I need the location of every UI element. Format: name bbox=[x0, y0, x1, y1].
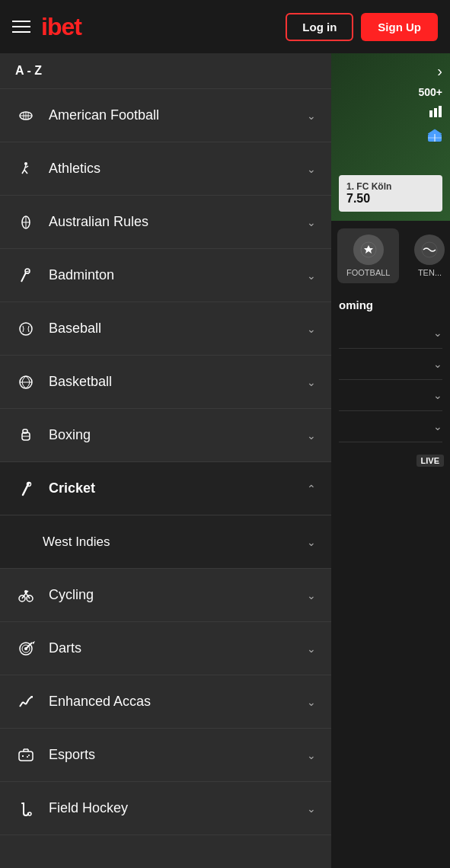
sidebar-item-badminton[interactable]: Badminton ⌄ bbox=[0, 249, 331, 302]
american-football-icon bbox=[15, 105, 37, 126]
field-hockey-chevron: ⌄ bbox=[307, 803, 316, 815]
athletics-chevron: ⌄ bbox=[307, 163, 316, 175]
field-hockey-label: Field Hockey bbox=[49, 800, 128, 816]
live-tag: LIVE bbox=[416, 455, 444, 467]
sidebar-item-esports[interactable]: Esports ⌄ bbox=[0, 729, 331, 782]
west-indies-chevron: ⌄ bbox=[307, 536, 316, 548]
svg-rect-49 bbox=[434, 108, 437, 117]
baseball-icon bbox=[15, 318, 37, 340]
team-card: 1. FC Köln 7.50 bbox=[339, 175, 442, 212]
sidebar-item-basketball[interactable]: Basketball ⌄ bbox=[0, 356, 331, 409]
enhanced-accas-label: Enhanced Accas bbox=[49, 694, 151, 710]
basketball-chevron: ⌄ bbox=[307, 376, 316, 388]
sidebar-item-cricket[interactable]: Cricket ⌃ bbox=[0, 462, 331, 515]
upcoming-label: oming bbox=[339, 298, 442, 311]
svg-rect-21 bbox=[23, 429, 27, 433]
svg-line-37 bbox=[29, 697, 32, 699]
australian-rules-icon bbox=[15, 212, 37, 233]
logo: ibet bbox=[41, 13, 81, 41]
cricket-chevron: ⌃ bbox=[307, 483, 316, 495]
svg-marker-33 bbox=[32, 641, 35, 644]
badminton-icon bbox=[15, 265, 37, 286]
sidebar-item-darts[interactable]: Darts ⌄ bbox=[0, 622, 331, 675]
upcoming-row[interactable]: ⌄ bbox=[339, 349, 442, 380]
sidebar-item-cycling[interactable]: Cycling ⌄ bbox=[0, 569, 331, 622]
esports-chevron: ⌄ bbox=[307, 749, 316, 761]
sidebar-item-field-hockey[interactable]: Field Hockey ⌄ bbox=[0, 782, 331, 835]
svg-point-42 bbox=[28, 755, 30, 756]
cycling-label: Cycling bbox=[49, 587, 94, 603]
svg-line-34 bbox=[20, 702, 23, 707]
field-hockey-icon bbox=[15, 798, 37, 819]
svg-line-6 bbox=[24, 165, 26, 170]
sidebar-item-boxing[interactable]: Boxing ⌄ bbox=[0, 409, 331, 462]
enhanced-accas-icon bbox=[15, 691, 37, 713]
american-football-chevron: ⌄ bbox=[307, 110, 316, 122]
live-badge-area: LIVE bbox=[331, 450, 450, 471]
sidebar: A - Z American Football ⌄ bbox=[0, 53, 331, 868]
sidebar-item-australian-rules[interactable]: Australian Rules ⌄ bbox=[0, 196, 331, 249]
svg-point-43 bbox=[27, 756, 28, 758]
main-container: A - Z American Football ⌄ bbox=[0, 53, 450, 868]
australian-rules-label: Australian Rules bbox=[49, 214, 148, 230]
svg-point-17 bbox=[20, 323, 32, 335]
svg-line-23 bbox=[23, 483, 29, 495]
cricket-label: Cricket bbox=[49, 480, 95, 496]
badminton-label: Badminton bbox=[49, 267, 114, 283]
sidebar-subitem-west-indies[interactable]: West Indies ⌄ bbox=[0, 515, 331, 569]
right-panel: › 500+ bbox=[331, 53, 450, 868]
hamburger-menu[interactable] bbox=[12, 21, 30, 33]
sidebar-item-athletics[interactable]: Athletics ⌄ bbox=[0, 142, 331, 196]
esports-label: Esports bbox=[49, 747, 95, 763]
basketball-icon bbox=[15, 372, 37, 393]
svg-line-36 bbox=[26, 699, 29, 704]
upcoming-row-chevron-3: ⌄ bbox=[433, 389, 442, 401]
score-card-next[interactable]: › bbox=[437, 62, 442, 80]
tab-tennis[interactable]: TEN... bbox=[405, 228, 450, 283]
athletics-label: Athletics bbox=[49, 161, 101, 177]
special-icon[interactable] bbox=[427, 128, 442, 147]
svg-point-5 bbox=[24, 162, 27, 165]
baseball-chevron: ⌄ bbox=[307, 323, 316, 335]
svg-rect-50 bbox=[439, 106, 442, 117]
header: ibet Log in Sign Up bbox=[0, 0, 450, 53]
sidebar-item-enhanced-accas[interactable]: Enhanced Accas ⌄ bbox=[0, 675, 331, 729]
football-tab-label: FOOTBALL bbox=[346, 268, 390, 277]
upcoming-row-chevron-4: ⌄ bbox=[433, 420, 442, 432]
darts-icon bbox=[15, 638, 37, 659]
boxing-chevron: ⌄ bbox=[307, 429, 316, 442]
login-button[interactable]: Log in bbox=[286, 13, 353, 41]
svg-line-14 bbox=[21, 273, 26, 282]
tab-football[interactable]: FOOTBALL bbox=[337, 228, 399, 283]
baseball-label: Baseball bbox=[49, 321, 101, 337]
team-name: 1. FC Köln bbox=[346, 181, 435, 192]
american-football-label: American Football bbox=[49, 107, 159, 123]
svg-rect-48 bbox=[429, 110, 432, 117]
az-header: A - Z bbox=[0, 53, 331, 89]
athletics-icon bbox=[15, 158, 37, 180]
darts-label: Darts bbox=[49, 640, 81, 656]
svg-rect-39 bbox=[19, 752, 33, 761]
svg-line-7 bbox=[22, 170, 24, 174]
boxing-icon bbox=[15, 425, 37, 446]
svg-line-9 bbox=[26, 166, 28, 168]
west-indies-label: West Indies bbox=[43, 535, 110, 550]
australian-rules-chevron: ⌄ bbox=[307, 216, 316, 228]
darts-chevron: ⌄ bbox=[307, 643, 316, 655]
upcoming-row[interactable]: ⌄ bbox=[339, 411, 442, 442]
cycling-chevron: ⌄ bbox=[307, 589, 316, 602]
score-card: › 500+ bbox=[331, 53, 450, 221]
upcoming-row[interactable]: ⌄ bbox=[339, 318, 442, 349]
tennis-tab-icon bbox=[414, 235, 445, 265]
cricket-icon bbox=[15, 478, 37, 499]
upcoming-row-chevron-1: ⌄ bbox=[433, 327, 442, 339]
signup-button[interactable]: Sign Up bbox=[361, 13, 438, 41]
upcoming-row[interactable]: ⌄ bbox=[339, 380, 442, 411]
svg-line-8 bbox=[24, 170, 27, 174]
sport-tabs: FOOTBALL TEN... bbox=[331, 221, 450, 291]
sidebar-item-american-football[interactable]: American Football ⌄ bbox=[0, 89, 331, 142]
team-odds: 7.50 bbox=[346, 192, 435, 206]
sidebar-item-baseball[interactable]: Baseball ⌄ bbox=[0, 302, 331, 356]
boxing-label: Boxing bbox=[49, 427, 91, 443]
stats-bar-icon[interactable] bbox=[429, 104, 442, 122]
